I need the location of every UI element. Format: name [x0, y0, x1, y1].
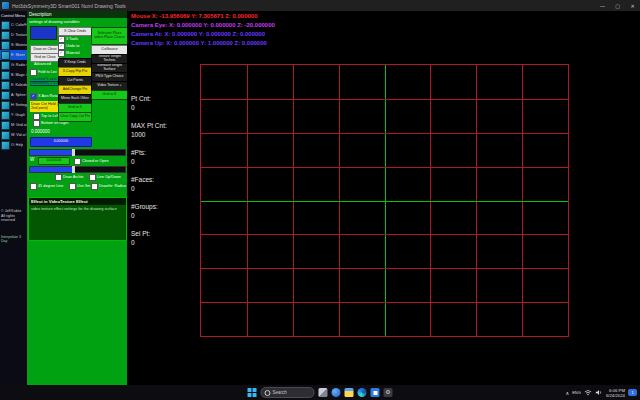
tool-icon [1, 21, 10, 30]
sidebar-item[interactable]: W: Vid at Pt [0, 130, 27, 140]
settings-app-icon[interactable]: ⚙ [384, 388, 393, 397]
sidebar-item[interactable]: O: Help [0, 140, 27, 150]
drawing-viewport[interactable]: Mouse X: -13.956069 Y: 7.305671 Z: 0.000… [127, 11, 640, 385]
checkbox-box [58, 43, 65, 50]
app-icon [2, 2, 9, 9]
checkbox-box [91, 183, 98, 190]
tool-icon [1, 131, 10, 140]
slider-fill [30, 167, 73, 172]
start-button[interactable] [248, 388, 257, 397]
file-explorer-icon[interactable] [345, 388, 354, 397]
clock[interactable]: 6:06 PM 6/24/2024 [606, 388, 625, 398]
language-indicator[interactable]: ENG [572, 390, 581, 395]
sidebar-item[interactable]: A: Spline Pts [0, 90, 27, 100]
clear-copy-cut-pts-button[interactable]: Clear Copy Cut Pts [58, 112, 92, 122]
task-view-icon[interactable] [319, 388, 328, 397]
sidebar-item[interactable]: H: Settings [0, 100, 27, 110]
search-icon [265, 390, 271, 396]
advanced-label: Advanced [34, 62, 51, 66]
chevron-up-icon[interactable]: ∧ [566, 390, 570, 396]
edge-icon[interactable] [358, 388, 367, 397]
tool-icon [1, 81, 10, 90]
selective-place-select-place-choice-button[interactable]: Selective Place select Place Choice [91, 27, 127, 45]
sidebar-item[interactable]: E: Sheet [0, 50, 27, 60]
sidebar-item[interactable]: C: ColorFont [0, 20, 27, 30]
grid-line-horizontal [201, 99, 568, 100]
y-slider[interactable] [29, 166, 126, 173]
sidebar-item-label: M: Grid at Pts [11, 123, 27, 127]
wifi-icon[interactable] [584, 389, 592, 396]
stat-value: 0 [131, 185, 167, 192]
sidebar-item[interactable]: D: Texture [0, 30, 27, 40]
mouse-readout: Mouse X: -13.956069 Y: 7.305671 Z: 0.000… [131, 13, 258, 19]
value-readout: 0.000000 [31, 129, 50, 134]
green-value-button[interactable]: 0.000000 [38, 157, 70, 165]
grid-line-horizontal [201, 133, 568, 134]
control-menu-sidebar: Control Menu C: ColorFontD: TextureS: Ma… [0, 11, 27, 385]
panel-subheader: settings of drawing variables [29, 19, 79, 24]
checkbox-label: Closed or Open [82, 159, 109, 163]
fold-to-list-checkbox[interactable]: Fold to List [30, 69, 57, 76]
top-to-left-checkbox[interactable]: Top to Left [33, 113, 59, 120]
undo-to-checkbox[interactable]: Undo to [58, 43, 79, 50]
checkbox-box [55, 174, 62, 181]
grid-on-close-button[interactable]: Grid on Close [30, 53, 60, 62]
store-icon[interactable] [371, 388, 380, 397]
drawthr-radius-checkbox[interactable]: Drawthr: Radius [91, 183, 126, 190]
stats-block: Pt Cnt:0MAX Pt Cnt:1000#Pts:0#Faces:0#Gr… [131, 95, 167, 246]
grid-line-horizontal [201, 167, 568, 168]
tool-icon [1, 41, 10, 50]
stat-label: #Groups: [131, 203, 167, 210]
drawing-grid[interactable] [200, 64, 569, 337]
checkbox-box [33, 113, 40, 120]
closed-or-open-checkbox[interactable]: Closed or Open [74, 158, 109, 165]
sidebar-item-label: D: Texture [11, 33, 27, 37]
sidebar-item[interactable]: M: Grid at Pts [0, 120, 27, 130]
sidebar-item-label: K: Kaleido Obj [11, 83, 27, 87]
sidebar-item[interactable]: S: Materials [0, 40, 27, 50]
maximize-button[interactable]: ▢ [610, 0, 625, 11]
clock-time: 6:06 PM [606, 388, 625, 393]
sidebar-item[interactable]: G: Radio Object [0, 60, 27, 70]
effect-title: Effect in VideoTexture Effect [29, 198, 126, 205]
material-checkbox[interactable]: Material [58, 50, 80, 57]
checkbox-label: Use 3m [77, 184, 90, 188]
sidebar-item[interactable]: K: Kaleido Obj [0, 80, 27, 90]
3-tools-checkbox[interactable]: 3 Tools [58, 36, 78, 43]
stat-label: Pt Cnt: [131, 95, 167, 102]
stat-value: 0 [131, 158, 167, 165]
line-up-down-checkbox[interactable]: Line Up/Down [89, 174, 121, 181]
sidebar-list: C: ColorFontD: TextureS: MaterialsE: She… [0, 20, 27, 150]
x-slider[interactable] [29, 149, 126, 156]
notification-badge[interactable]: 1 [628, 389, 637, 396]
minimize-button[interactable]: — [595, 0, 610, 11]
widgets-icon[interactable] [332, 388, 341, 397]
x-clear-cmds-button[interactable]: X Clear Cmds [58, 27, 92, 36]
tool-icon [1, 31, 10, 40]
checkbox-box [58, 36, 65, 43]
search-input[interactable]: Search [261, 387, 315, 398]
checkbox-label: 45 degree Line [38, 184, 63, 188]
w-label: W [30, 157, 34, 162]
slider-fill [30, 150, 73, 155]
value-button[interactable]: 0.000000 [30, 137, 92, 147]
checkbox-box [30, 183, 37, 190]
close-button[interactable]: ✕ [625, 0, 640, 11]
sidebar-item[interactable]: Y: Graph [0, 110, 27, 120]
color-swatch[interactable] [30, 26, 57, 40]
slider-thumb[interactable] [72, 166, 75, 173]
use-3m-checkbox[interactable]: Use 3m [69, 183, 90, 190]
grid-to-x-button[interactable]: Grid to X [91, 90, 127, 100]
tool-icon [1, 101, 10, 110]
checkbox-label: 3 Tools [66, 37, 78, 41]
stat-value: 0 [131, 239, 167, 246]
checkbox-box [58, 50, 65, 57]
slider-thumb[interactable] [72, 149, 75, 156]
draw-archts-checkbox[interactable]: Draw Archts [55, 174, 83, 181]
sidebar-item-label: G: Radio Object [11, 63, 27, 67]
checkbox-label: Fold to List [38, 70, 57, 74]
checkbox-box [69, 183, 76, 190]
45-degree-line-checkbox[interactable]: 45 degree Line [30, 183, 63, 190]
sidebar-item[interactable]: B: Magic Object [0, 70, 27, 80]
volume-icon[interactable] [595, 389, 603, 396]
